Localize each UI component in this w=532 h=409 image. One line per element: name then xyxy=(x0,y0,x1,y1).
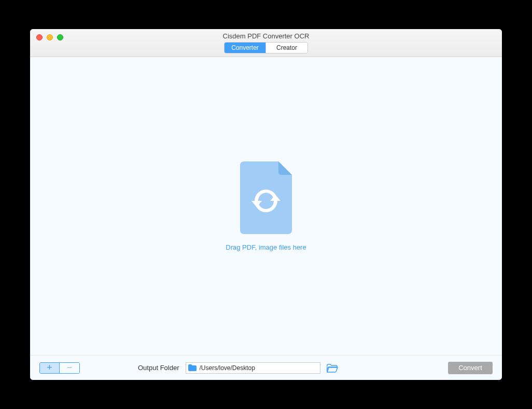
add-remove-group: + − xyxy=(39,362,80,374)
window-controls xyxy=(36,34,63,40)
mode-segmented-control: Converter Creator xyxy=(224,42,308,53)
titlebar: Cisdem PDF Converter OCR Converter Creat… xyxy=(30,29,502,57)
output-path-text: /Users/love/Desktop xyxy=(200,364,255,372)
convert-button[interactable]: Convert xyxy=(448,362,493,374)
close-button[interactable] xyxy=(36,34,43,40)
file-sync-icon xyxy=(238,161,294,234)
app-window: Cisdem PDF Converter OCR Converter Creat… xyxy=(30,29,502,380)
tab-converter[interactable]: Converter xyxy=(225,43,266,53)
remove-file-button[interactable]: − xyxy=(60,363,79,373)
add-file-button[interactable]: + xyxy=(40,363,60,373)
window-title: Cisdem PDF Converter OCR xyxy=(223,32,310,40)
tab-creator[interactable]: Creator xyxy=(266,43,307,53)
output-folder-label: Output Folder xyxy=(138,364,179,372)
output-path-field[interactable]: /Users/love/Desktop xyxy=(186,362,320,374)
drop-zone-text: Drag PDF, image files here xyxy=(226,243,306,251)
maximize-button[interactable] xyxy=(57,34,63,40)
browse-folder-icon[interactable] xyxy=(327,363,338,373)
plus-icon: + xyxy=(47,362,52,373)
minus-icon: − xyxy=(67,362,73,373)
drop-zone[interactable]: Drag PDF, image files here xyxy=(30,57,502,355)
title-area: Cisdem PDF Converter OCR Converter Creat… xyxy=(30,32,502,53)
minimize-button[interactable] xyxy=(47,34,53,40)
footer-bar: + − Output Folder /Users/love/Desktop Co… xyxy=(30,355,502,380)
folder-icon xyxy=(188,364,197,371)
